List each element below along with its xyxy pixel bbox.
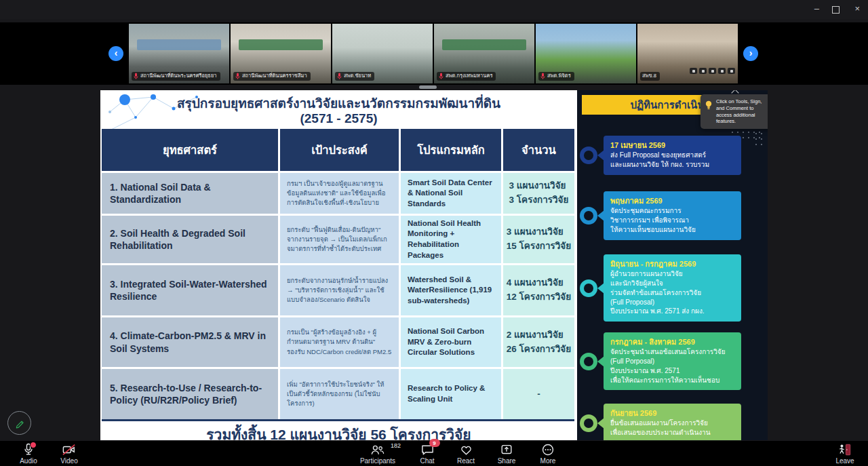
previous-videos-button[interactable]: ‹ (108, 46, 123, 61)
slide-title-line2: (2571 - 2575) (100, 111, 577, 126)
participant-name-tag: สพด.กรุงเทพมหานคร (437, 72, 496, 81)
timeline-text: จัดประชุมนำเสนอข้อเสนอโครงการวิจัย (Full… (610, 347, 735, 385)
table-cell-strategy: 2. Soil Health & Degraded Soil Rehabilit… (102, 216, 278, 263)
chat-button[interactable]: 9 Chat (408, 443, 446, 465)
muted-mic-icon (337, 73, 342, 79)
column-header: โปรแกรมหลัก (401, 129, 501, 171)
mic-icon (699, 68, 707, 74)
slide-title: สรุปกรอบยุทธศาสตร์งานวิจัยและนวัตกรรมกรม… (100, 96, 577, 126)
timeline-marker (580, 147, 597, 164)
video-strip: สถานีพัฒนาที่ดินพระนครศรีอยุธยา สถานีพัฒ… (0, 22, 868, 85)
divider (102, 419, 574, 421)
timeline-item: มิถุนายน - กรกฎาคม 2569 ผู้อำนวยการแผนงา… (580, 254, 744, 322)
muted-mic-icon (235, 73, 240, 79)
share-icon (718, 68, 726, 74)
timeline-text: จัดประชุมคณะกรรมการ วิชาการกรมฯ เพื่อพิจ… (610, 206, 735, 234)
timeline-marker (580, 279, 597, 297)
window-titlebar: – × (0, 0, 868, 19)
annotation-pencil-button[interactable] (7, 411, 31, 435)
leave-door-icon (837, 443, 852, 457)
maximize-icon[interactable] (832, 6, 840, 14)
leave-button[interactable]: Leave (829, 443, 861, 465)
tooltip-text: Click on Tools, Sign, and Comment to acc… (716, 98, 768, 125)
close-icon[interactable]: × (854, 3, 860, 14)
timeline-date: 17 เมษายน 2569 (610, 140, 735, 150)
share-button[interactable]: Share (488, 443, 526, 465)
video-tile[interactable]: สพข.8 (637, 24, 738, 83)
table-cell-goal: เพิ่ม "อัตราการใช้ประโยชน์จริง" ให้เป็นต… (280, 369, 399, 419)
table-cell-strategy: 1. National Soil Data & Standardization (102, 173, 278, 214)
muted-mic-icon (439, 73, 443, 79)
participants-icon (370, 443, 385, 457)
participants-count: 182 (391, 442, 401, 449)
leave-label: Leave (835, 457, 854, 465)
timeline-item: พฤษภาคม 2569 จัดประชุมคณะกรรมการ วิชาการ… (580, 191, 744, 240)
calendar-panel: ปฏิทินการดำเนิน 17 เมษายน 2569 ส่ง Full … (577, 90, 768, 440)
room-controls-overlay (690, 68, 735, 74)
tooltip-caret (731, 90, 738, 97)
muted-mic-icon (540, 73, 545, 79)
table-cell-count: - (503, 369, 574, 419)
share-screen-icon (500, 443, 513, 457)
timeline-item: กันยายน 2569 ยื่นข้อเสนอแผนงาน/โครงการวิ… (580, 404, 744, 440)
slide-title-line1: สรุปกรอบยุทธศาสตร์งานวิจัยและนวัตกรรมกรม… (100, 96, 577, 111)
participant-name: สพข.8 (642, 73, 656, 79)
total-summary: รวมทั้งสิ้น 12 แผนงานวิจัย 56 โครงการวิจ… (100, 423, 577, 440)
participants-icon (728, 68, 735, 74)
table-cell-count: 3 แผนงานวิจัย 15 โครงการวิจัย (503, 216, 574, 263)
heart-icon (459, 443, 473, 457)
minimize-icon[interactable]: – (814, 3, 819, 14)
table-cell-goal: กรมเป็น "ผู้สร้างข้อมูลอ้างอิง + ผู้กำหน… (280, 317, 399, 367)
react-button[interactable]: React (447, 443, 485, 465)
participant-name-tag: สพด.พิจิตร (538, 72, 574, 81)
participants-button[interactable]: 182 Participants (357, 443, 399, 465)
phone-icon (690, 68, 697, 74)
timeline-bubble: มิถุนายน - กรกฎาคม 2569 ผู้อำนวยการแผนงา… (604, 254, 741, 322)
video-tile[interactable]: สถานีพัฒนาที่ดินพระนครศรีอยุธยา (129, 24, 229, 83)
table-cell-program: Smart Soil Data Center & National Soil S… (401, 173, 501, 214)
next-videos-button[interactable]: › (743, 46, 758, 61)
participant-name: สถานีพัฒนาที่ดินนครราชสีมา (242, 73, 307, 79)
table-cell-goal: กรมฯ เป็น"เจ้าของ/ผู้ดูแลมาตรฐานข้อมูลดิ… (280, 173, 399, 214)
participant-name: สพด.พิจิตร (547, 73, 571, 79)
room-banner (442, 39, 526, 50)
more-label: More (540, 457, 556, 465)
table-cell-program: Watershed Soil & WaterResilience (1,919 … (401, 265, 501, 315)
pencil-icon (14, 418, 25, 429)
participants-label: Participants (360, 457, 395, 465)
strategy-table: ยุทธศาสตร์ เป้าประสงค์ โปรแกรมหลัก จำนวน… (102, 129, 574, 419)
table-cell-count: 4 แผนงานวิจัย 12 โครงการวิจัย (503, 265, 574, 315)
meeting-toolbar: Audio Video 182 Participants (0, 441, 868, 466)
room-banner (239, 39, 323, 50)
participant-name: สพด.ชัยนาท (344, 73, 371, 79)
audio-button[interactable]: Audio (9, 443, 47, 465)
timeline-marker (580, 353, 597, 370)
more-button[interactable]: More (529, 443, 567, 465)
table-cell-count: 3 แผนงานวิจัย 3 โครงการวิจัย (503, 173, 574, 214)
video-tile[interactable]: สถานีพัฒนาที่ดินนครราชสีมา (231, 24, 331, 83)
video-tile[interactable]: สพด.กรุงเทพมหานคร (434, 24, 534, 83)
timeline-bubble: กันยายน 2569 ยื่นข้อเสนอแผนงาน/โครงการวิ… (604, 404, 741, 440)
table-cell-program: National Soil Health Monitoring + Rehabi… (401, 216, 501, 263)
timeline-text: ยื่นข้อเสนอแผนงาน/โครงการวิจัย เพื่อเสนอ… (610, 419, 735, 438)
table-cell-strategy: 3. Integrated Soil-Water-Watershed Resil… (102, 265, 278, 315)
participant-name-tag: สพข.8 (640, 72, 660, 81)
timeline-text: ผู้อำนวยการแผนงานวิจัย และนักวิจัยผู้สนใ… (610, 269, 735, 316)
shared-screen-slide: สรุปกรอบยุทธศาสตร์งานวิจัยและนวัตกรรมกรม… (100, 90, 768, 440)
drag-handle[interactable] (419, 85, 437, 89)
video-tile[interactable]: สพด.ชัยนาท (332, 24, 433, 83)
participant-name: สถานีพัฒนาที่ดินพระนครศรีอยุธยา (140, 73, 217, 79)
table-cell-goal: ยกระดับจากงานอนุรักษ์/น้ำรายแปลง → "บริห… (280, 265, 399, 315)
chat-unread-badge: 9 (429, 439, 440, 447)
timeline-date: กรกฎาคม - สิงหาคม 2569 (610, 337, 735, 347)
participant-name-tag: สถานีพัฒนาที่ดินพระนครศรีอยุธยา (132, 72, 220, 81)
table-cell-strategy: 4. Climate-Carbon-PM2.5 & MRV in Soil Sy… (102, 317, 278, 367)
video-button[interactable]: Video (50, 443, 88, 465)
timeline-date: มิถุนายน - กรกฎาคม 2569 (610, 259, 735, 269)
timeline-bubble: พฤษภาคม 2569 จัดประชุมคณะกรรมการ วิชาการ… (604, 191, 741, 240)
chat-label: Chat (420, 457, 434, 465)
timeline-text: ส่ง Full Proposal ของยุทธศาสตร์ และแผนงา… (610, 151, 735, 170)
video-label: Video (60, 457, 77, 465)
participant-name-tag: สพด.ชัยนาท (335, 72, 374, 81)
video-tile[interactable]: สพด.พิจิตร (536, 24, 636, 83)
